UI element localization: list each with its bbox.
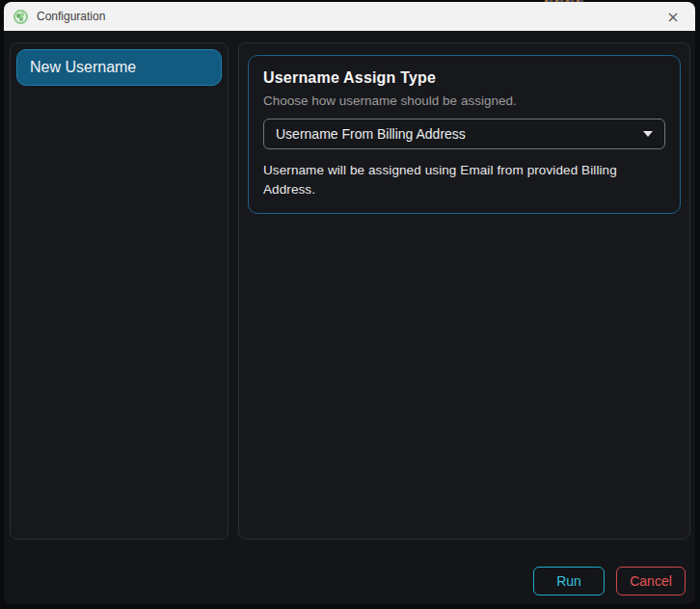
close-button[interactable]: ×	[651, 2, 695, 31]
sidebar-panel: New Username	[10, 42, 229, 540]
sidebar-item-new-username[interactable]: New Username	[16, 49, 222, 86]
configuration-window: Configuration × New Username Username As…	[4, 2, 695, 604]
helper-text: Username will be assigned using Email fr…	[263, 161, 665, 199]
username-assign-card: Username Assign Type Choose how username…	[248, 55, 681, 214]
main-panel: Username Assign Type Choose how username…	[238, 42, 690, 540]
cancel-button[interactable]: Cancel	[616, 567, 686, 596]
sidebar-item-label: New Username	[30, 59, 136, 76]
run-button[interactable]: Run	[533, 567, 605, 596]
footer: Run Cancel	[4, 567, 695, 604]
close-icon: ×	[666, 8, 679, 26]
card-title: Username Assign Type	[263, 69, 665, 87]
window-title: Configuration	[37, 10, 105, 23]
chevron-down-icon	[643, 131, 653, 137]
username-assign-type-dropdown[interactable]: Username From Billing Address	[263, 119, 665, 149]
content-area: New Username Username Assign Type Choose…	[4, 31, 695, 567]
dropdown-selected-value: Username From Billing Address	[276, 126, 466, 142]
titlebar[interactable]: Configuration ×	[4, 2, 695, 31]
card-subtitle: Choose how username should be assigned.	[263, 93, 665, 108]
app-logo-icon	[13, 10, 28, 24]
